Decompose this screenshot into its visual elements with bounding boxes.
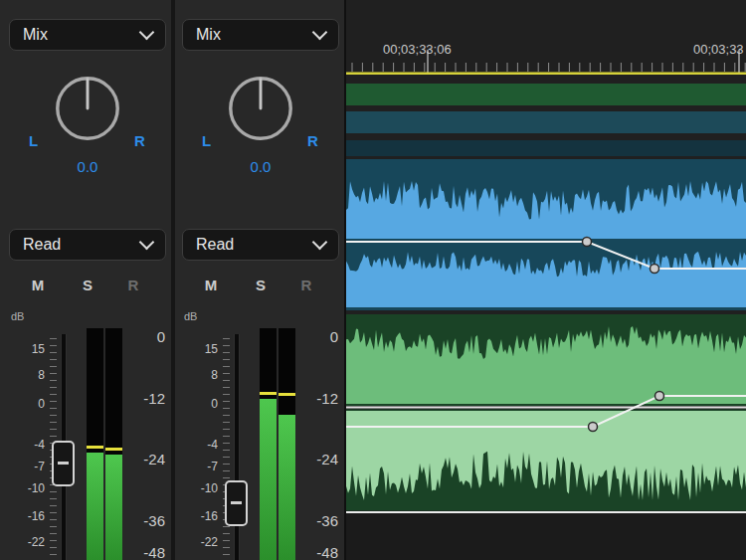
input-select-value: Mix	[196, 26, 221, 44]
fader-scale-label: 15	[2, 342, 45, 356]
collapsed-track-bar-dark[interactable]	[346, 140, 746, 156]
fader-scale-label: -7	[2, 460, 45, 473]
meter-scale-label: -24	[296, 451, 338, 467]
automation-mode-select[interactable]: Read	[9, 229, 166, 261]
solo-button[interactable]: S	[250, 277, 272, 293]
fader-grip-line	[58, 462, 69, 465]
work-area-bar[interactable]	[346, 73, 746, 76]
db-unit-label: dB	[184, 310, 197, 322]
pan-knob[interactable]	[222, 70, 299, 147]
meter-scale-label: -12	[296, 390, 338, 407]
timeline-panel[interactable]: 00;03;33;06 00;03;33	[344, 0, 746, 560]
pan-right-label: R	[307, 132, 318, 149]
fader-scale-label: 0	[175, 397, 218, 411]
solo-button[interactable]: S	[77, 277, 98, 293]
input-select[interactable]: Mix	[9, 19, 166, 51]
fader-scale-label: -10	[175, 481, 218, 495]
track-bottom-line	[346, 511, 746, 513]
timeline-lower-area	[346, 513, 746, 560]
fader-scale-label: -16	[175, 509, 218, 523]
timecode-label: 00;03;33;06	[383, 42, 452, 57]
pan-left-label: L	[202, 132, 211, 149]
volume-fader-handle[interactable]	[52, 441, 75, 486]
level-meter-right	[279, 328, 295, 560]
meter-scale-label: -24	[123, 451, 165, 467]
automation-mode-select[interactable]: Read	[182, 229, 339, 261]
fader-scale-label: -4	[2, 438, 45, 452]
mixer-channel-strip-1: Mix L R 0.0 Read M S R dB 1580-4-7-10-16…	[2, 0, 173, 560]
fader-scale-label: 0	[2, 397, 45, 411]
pan-knob[interactable]	[49, 70, 126, 147]
fader-scale-label: 8	[175, 368, 218, 382]
meter-fill	[105, 455, 122, 560]
meter-scale-label: -12	[123, 390, 165, 407]
audio-mixer-workspace: Mix L R 0.0 Read M S R dB 1580-4-7-10-16…	[0, 0, 746, 560]
chevron-down-icon	[312, 25, 328, 41]
chevron-down-icon	[139, 25, 155, 41]
meter-fill	[260, 399, 277, 560]
fader-scale-label: 15	[175, 342, 218, 356]
fader-scale-label: -10	[2, 481, 45, 495]
meter-scale-label: -48	[296, 544, 338, 560]
mixer-channel-strip-2: Mix L R 0.0 Read M S R dB 1580-4-7-10-16…	[175, 0, 346, 560]
keyframe-handle[interactable]	[655, 392, 664, 401]
meter-fill	[87, 453, 103, 560]
collapsed-track-bar[interactable]	[346, 111, 746, 133]
timeline-canvas[interactable]	[346, 0, 746, 560]
meter-scale-label: -36	[296, 512, 338, 529]
level-meter-left	[260, 328, 277, 560]
peak-indicator	[87, 446, 103, 449]
meter-scale-label: 0	[123, 328, 165, 345]
keyframe-handle[interactable]	[583, 238, 592, 247]
volume-fader-handle[interactable]	[225, 480, 248, 526]
peak-indicator	[260, 392, 277, 395]
input-select-value: Mix	[23, 26, 48, 44]
pan-value[interactable]: 0.0	[175, 158, 346, 175]
record-arm-button[interactable]: R	[122, 277, 144, 293]
automation-mode-value: Read	[23, 236, 61, 254]
chevron-down-icon	[312, 235, 328, 251]
audio-track-mixer-panel: Mix L R 0.0 Read M S R dB 1580-4-7-10-16…	[0, 0, 344, 560]
fader-scale-label: -22	[2, 535, 45, 549]
meter-scale-label: -48	[123, 544, 165, 560]
mute-button[interactable]: M	[200, 277, 222, 293]
pan-left-label: L	[29, 132, 38, 149]
lane-divider-line	[346, 407, 746, 409]
fader-scale-label: -7	[175, 460, 218, 473]
video-clip-bar[interactable]	[346, 84, 746, 105]
fader-scale-label: 8	[2, 368, 45, 382]
level-meter-left	[87, 328, 103, 560]
fader-grip-line	[231, 501, 242, 504]
keyframe-handle[interactable]	[651, 265, 659, 274]
fader-scale-label: -16	[2, 509, 45, 523]
input-select[interactable]: Mix	[182, 19, 339, 51]
keyframe-handle[interactable]	[589, 423, 598, 432]
timecode-label: 00;03;33	[693, 42, 744, 57]
meter-scale-label: -36	[123, 512, 165, 529]
chevron-down-icon	[139, 235, 155, 251]
fader-scale-label: -22	[175, 535, 218, 549]
db-unit-label: dB	[11, 310, 24, 322]
fader-tick-marks	[223, 338, 230, 560]
pan-right-label: R	[134, 132, 145, 149]
meter-fill	[279, 415, 295, 560]
peak-indicator	[105, 448, 122, 451]
meter-scale-label: 0	[296, 328, 338, 345]
pan-value[interactable]: 0.0	[2, 158, 173, 175]
automation-mode-value: Read	[196, 236, 234, 254]
record-arm-button[interactable]: R	[295, 277, 317, 293]
peak-indicator	[279, 393, 295, 396]
level-meter-right	[105, 328, 122, 560]
mute-button[interactable]: M	[27, 277, 49, 293]
fader-scale-label: -4	[175, 438, 218, 452]
